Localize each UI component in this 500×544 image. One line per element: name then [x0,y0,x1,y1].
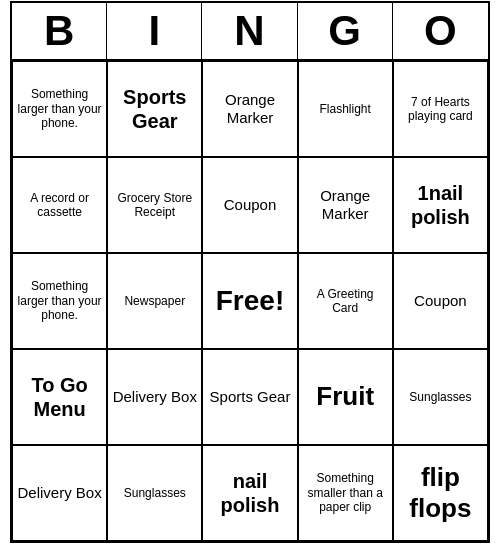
bingo-header: BINGO [12,3,488,61]
header-letter: N [202,3,297,59]
bingo-card: BINGO Something larger than your phone.S… [10,1,490,543]
bingo-cell: Fruit [298,349,393,445]
bingo-cell: Something larger than your phone. [12,61,107,157]
bingo-cell: 1nail polish [393,157,488,253]
bingo-cell: Sunglasses [393,349,488,445]
bingo-grid: Something larger than your phone.Sports … [12,61,488,541]
bingo-cell: Coupon [393,253,488,349]
bingo-cell: Orange Marker [298,157,393,253]
bingo-cell: A record or cassette [12,157,107,253]
bingo-cell: Sports Gear [107,61,202,157]
bingo-cell: Flashlight [298,61,393,157]
bingo-cell: flip flops [393,445,488,541]
bingo-cell: To Go Menu [12,349,107,445]
header-letter: O [393,3,488,59]
bingo-cell: Coupon [202,157,297,253]
bingo-cell: Free! [202,253,297,349]
bingo-cell: Something larger than your phone. [12,253,107,349]
bingo-cell: Grocery Store Receipt [107,157,202,253]
bingo-cell: Delivery Box [107,349,202,445]
bingo-cell: A Greeting Card [298,253,393,349]
bingo-cell: Sunglasses [107,445,202,541]
bingo-cell: Newspaper [107,253,202,349]
header-letter: I [107,3,202,59]
header-letter: G [298,3,393,59]
bingo-cell: Orange Marker [202,61,297,157]
header-letter: B [12,3,107,59]
bingo-cell: 7 of Hearts playing card [393,61,488,157]
bingo-cell: Delivery Box [12,445,107,541]
bingo-cell: Sports Gear [202,349,297,445]
bingo-cell: Something smaller than a paper clip [298,445,393,541]
bingo-cell: nail polish [202,445,297,541]
